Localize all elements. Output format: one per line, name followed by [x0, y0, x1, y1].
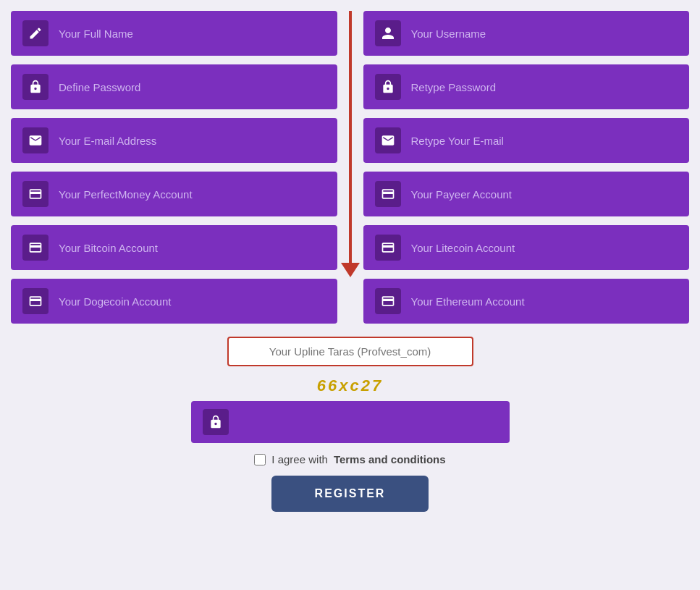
litecoin-field[interactable]	[358, 225, 690, 270]
perfect-money-field[interactable]	[11, 172, 343, 216]
card-icon-4	[375, 235, 401, 261]
captcha-area: 66xc27	[191, 376, 510, 443]
terms-label-prefix: I agree with	[271, 453, 328, 465]
card-icon-6	[375, 288, 401, 314]
divider-6	[343, 279, 358, 324]
divider-1	[343, 11, 358, 56]
bitcoin-field[interactable]	[11, 225, 343, 270]
dogecoin-field[interactable]	[11, 279, 343, 324]
full-name-field[interactable]	[11, 11, 343, 56]
ethereum-field[interactable]	[358, 279, 690, 324]
card-icon-3	[22, 235, 49, 261]
full-name-input[interactable]	[59, 28, 326, 40]
define-password-input[interactable]	[59, 81, 326, 93]
payeer-field[interactable]	[358, 172, 690, 216]
captcha-input[interactable]	[239, 416, 498, 429]
lock-icon-2	[375, 74, 401, 100]
litecoin-input[interactable]	[411, 242, 678, 254]
terms-row: I agree with Terms and conditions	[254, 453, 445, 465]
card-icon-5	[22, 288, 49, 314]
username-input[interactable]	[411, 28, 678, 40]
captcha-icon	[203, 409, 229, 435]
retype-email-field[interactable]	[358, 118, 690, 163]
divider-5	[343, 225, 358, 270]
upline-input[interactable]	[227, 337, 473, 366]
bitcoin-input[interactable]	[59, 242, 326, 254]
divider-4	[343, 172, 358, 216]
lock-icon	[22, 74, 49, 100]
card-icon	[22, 181, 49, 207]
card-icon-2	[375, 181, 401, 207]
divider-3	[343, 118, 358, 163]
dogecoin-input[interactable]	[59, 295, 326, 308]
perfect-money-input[interactable]	[59, 188, 326, 201]
terms-link[interactable]: Terms and conditions	[334, 453, 446, 465]
email-input[interactable]	[59, 135, 326, 147]
register-button[interactable]: REGISTER	[271, 476, 429, 512]
captcha-field[interactable]	[191, 401, 510, 443]
retype-password-field[interactable]	[358, 64, 690, 109]
retype-email-input[interactable]	[411, 135, 678, 147]
payeer-input[interactable]	[411, 188, 678, 201]
divider-2	[343, 64, 358, 109]
username-field[interactable]	[358, 11, 690, 56]
edit-icon	[22, 20, 49, 46]
terms-checkbox[interactable]	[254, 454, 266, 465]
define-password-field[interactable]	[11, 64, 343, 109]
retype-password-input[interactable]	[411, 81, 678, 93]
person-icon	[375, 20, 401, 46]
email-icon	[22, 127, 49, 153]
captcha-code: 66xc27	[317, 376, 383, 395]
ethereum-input[interactable]	[411, 295, 678, 308]
email-field[interactable]	[11, 118, 343, 163]
email-icon-2	[375, 127, 401, 153]
